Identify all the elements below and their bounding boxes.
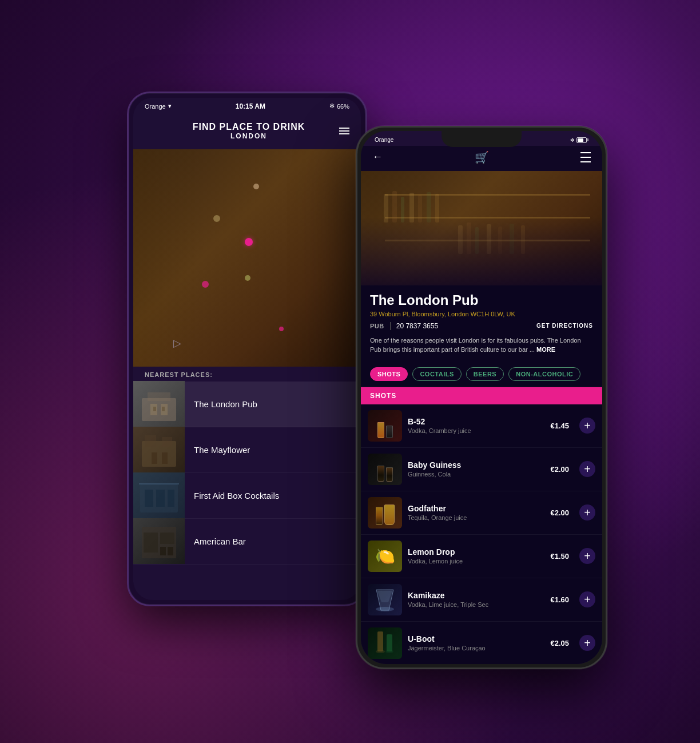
location-icon: ▷	[173, 337, 181, 349]
drink-price-uboot: €2.05	[550, 639, 569, 647]
list-item[interactable]: The London Pub	[133, 382, 361, 427]
drink-item-lemon[interactable]: 🍋 Lemon Drop Vodka, Lemon juice €1.50 +	[361, 535, 602, 578]
tab-beers[interactable]: BEERS	[466, 367, 504, 381]
android-nearby-list: The London Pub	[133, 382, 361, 565]
android-time: 10:15 AM	[236, 102, 265, 110]
svg-rect-5	[162, 407, 165, 411]
drink-ingredients-b52: Vodka, Crambery juice	[408, 427, 544, 434]
iphone-carrier: Orange	[375, 137, 393, 143]
drink-thumb-kamikaze	[368, 584, 402, 615]
iphone-nav-bar: ← 🛒	[361, 146, 602, 171]
svg-rect-20	[168, 547, 173, 555]
android-map: ▷	[133, 149, 361, 367]
drink-name-baby: Baby Guiness	[408, 460, 544, 470]
android-title-main: FIND PLACE TO DRINK	[158, 122, 339, 132]
venue-name-1: The London Pub	[185, 399, 257, 409]
drink-name-kamikaze: Kamikaze	[408, 591, 544, 600]
venue-thumb-2	[133, 427, 185, 472]
drink-ingredients-kamikaze: Vodka, Lime juice, Triple Sec	[408, 601, 544, 608]
android-phone: Orange ▾ 10:15 AM ✻ 66% FIND PLACE TO DR…	[127, 92, 367, 606]
map-dot-3	[202, 281, 209, 288]
svg-rect-39	[387, 634, 392, 651]
svg-rect-4	[153, 407, 156, 411]
pub-icon-4	[139, 524, 179, 558]
svg-rect-38	[377, 631, 383, 651]
android-screen: Orange ▾ 10:15 AM ✻ 66% FIND PLACE TO DR…	[133, 98, 361, 600]
svg-rect-13	[156, 490, 165, 507]
venue-name-4: American Bar	[185, 537, 246, 546]
pub-icon-1	[139, 387, 179, 421]
map-dot-2	[213, 215, 220, 222]
list-item[interactable]: The Mayflower	[133, 427, 361, 473]
add-button-godfather[interactable]: +	[579, 504, 595, 521]
more-link[interactable]: MORE	[536, 346, 555, 353]
battery-indicator	[576, 137, 588, 143]
meta-divider	[390, 322, 391, 330]
venue-name-2: The Mayflower	[185, 445, 250, 455]
svg-rect-1	[148, 392, 170, 401]
android-title-sub: LONDON	[158, 132, 339, 140]
drink-item-b52[interactable]: B-52 Vodka, Crambery juice €1.45 +	[361, 404, 602, 448]
drink-price-godfather: €2.00	[550, 508, 569, 517]
get-directions-button[interactable]: GET DIRECTIONS	[536, 323, 593, 329]
thumb-placeholder-1	[133, 381, 185, 427]
glass-svg	[371, 585, 399, 614]
drink-ingredients-uboot: Jägermeister, Blue Curaçao	[408, 645, 544, 651]
iphone-screen: Orange 10:15 AM ✻ ← 🛒	[361, 131, 602, 664]
drink-name-lemon: Lemon Drop	[408, 547, 544, 557]
svg-rect-18	[160, 533, 174, 544]
svg-rect-0	[142, 398, 176, 421]
drink-thumb-b52	[368, 410, 402, 442]
drink-info-uboot: U-Boot Jägermeister, Blue Curaçao	[408, 634, 544, 651]
bluetooth-icon: ✻	[329, 102, 335, 110]
svg-rect-8	[162, 437, 172, 447]
map-background	[133, 149, 361, 367]
tab-non-alcoholic[interactable]: NON-ALCOHOLIC	[508, 367, 580, 381]
venue-type: PUB	[370, 323, 384, 329]
drink-name-uboot: U-Boot	[408, 634, 544, 643]
add-button-b52[interactable]: +	[579, 418, 595, 434]
drink-thumb-lemon: 🍋	[368, 541, 402, 572]
iphone-phone: Orange 10:15 AM ✻ ← 🛒	[356, 126, 607, 669]
venue-thumb-3	[133, 472, 185, 518]
venue-name: The London Pub	[370, 292, 593, 308]
svg-point-41	[385, 650, 393, 653]
iphone-menu-icon[interactable]	[580, 152, 591, 162]
list-item[interactable]: American Bar	[133, 519, 361, 565]
cart-button[interactable]: 🛒	[475, 150, 489, 164]
drink-name-b52: B-52	[408, 417, 544, 426]
add-button-uboot[interactable]: +	[579, 635, 595, 651]
tab-cocktails[interactable]: COCTAILS	[412, 367, 461, 381]
venue-thumb-4	[133, 518, 185, 564]
tab-shots[interactable]: SHOTS	[370, 367, 408, 381]
drink-info-kamikaze: Kamikaze Vodka, Lime juice, Triple Sec	[408, 591, 544, 608]
list-item[interactable]: First Aid Box Cocktails	[133, 473, 361, 519]
nearest-label: NEAREST PLACES:	[133, 367, 361, 382]
svg-rect-12	[145, 490, 153, 507]
venue-phone: 20 7837 3655	[396, 322, 438, 330]
drink-item-uboot[interactable]: U-Boot Jägermeister, Blue Curaçao €2.05 …	[361, 622, 602, 664]
android-status-bar: Orange ▾ 10:15 AM ✻ 66%	[133, 98, 361, 115]
add-button-kamikaze[interactable]: +	[579, 591, 595, 607]
drink-item-godfather[interactable]: Godfather Tequila, Orange juice €2.00 +	[361, 491, 602, 535]
drink-ingredients-lemon: Vodka, Lemon juice	[408, 558, 544, 565]
add-button-lemon[interactable]: +	[579, 548, 595, 564]
map-dot-5	[279, 327, 284, 331]
uboot-svg	[371, 629, 399, 657]
add-button-baby[interactable]: +	[579, 461, 595, 477]
drink-info-b52: B-52 Vodka, Crambery juice	[408, 417, 544, 434]
svg-rect-14	[168, 490, 174, 507]
drink-item-baby[interactable]: Baby Guiness Guinness, Cola €2.00 +	[361, 448, 602, 491]
svg-rect-10	[162, 452, 168, 464]
map-dot-4	[245, 275, 250, 281]
android-status-right: ✻ 66%	[329, 102, 349, 110]
android-menu-icon[interactable]	[339, 128, 349, 134]
android-header: FIND PLACE TO DRINK LONDON	[133, 115, 361, 149]
back-button[interactable]: ←	[372, 151, 383, 163]
drink-item-kamikaze[interactable]: Kamikaze Vodka, Lime juice, Triple Sec €…	[361, 578, 602, 622]
drink-price-baby: €2.00	[550, 465, 569, 474]
drink-ingredients-baby: Guinness, Cola	[408, 471, 544, 478]
category-tabs: SHOTS COCTAILS BEERS NON-ALCOHOLIC	[361, 361, 602, 387]
iphone-status-right: ✻	[570, 137, 588, 143]
venue-description: One of the reasons people visit London i…	[370, 336, 593, 355]
